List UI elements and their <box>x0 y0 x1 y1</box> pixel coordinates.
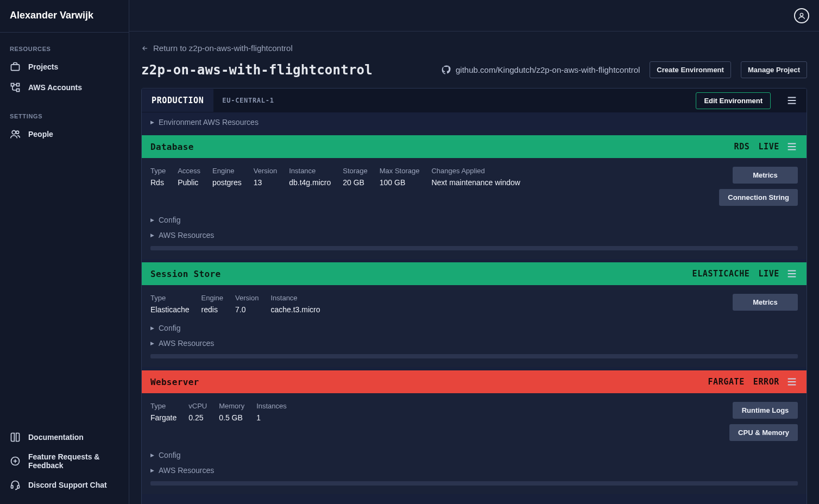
database-connection-string-button[interactable]: Connection String <box>719 189 798 206</box>
service-status-badge: LIVE <box>758 142 779 152</box>
page-title: z2p-on-aws-with-flightcontrol <box>141 62 373 78</box>
webserver-cpu-memory-button[interactable]: CPU & Memory <box>729 424 798 441</box>
menu-icon <box>786 268 798 280</box>
service-status-badge: LIVE <box>758 269 779 279</box>
svg-rect-2 <box>17 89 20 92</box>
value-vcpu: 0.25 <box>188 413 207 422</box>
disclosure-label: Config <box>159 451 180 459</box>
progress-bar <box>150 354 798 358</box>
service-type-badge: FARGATE <box>708 377 744 387</box>
svg-rect-3 <box>17 84 20 86</box>
label-type: Type <box>150 167 166 175</box>
env-aws-resources-toggle[interactable]: ▶ Environment AWS Resources <box>142 112 807 132</box>
value-memory: 0.5 GB <box>219 413 244 422</box>
sidebar-item-people[interactable]: People <box>0 124 129 144</box>
label-version: Version <box>254 167 277 175</box>
label-max-storage: Max Storage <box>380 167 420 175</box>
sidebar-item-projects[interactable]: Projects <box>0 56 129 77</box>
sidebar-item-feedback[interactable]: Feature Requests & Feedback <box>0 448 129 475</box>
sidebar-item-documentation[interactable]: Documentation <box>0 427 129 448</box>
service-session-store-menu[interactable] <box>786 268 798 280</box>
webserver-runtime-logs-button[interactable]: Runtime Logs <box>733 402 798 419</box>
service-title: Session Store <box>150 269 220 279</box>
owner-name: Alexander Varwijk <box>10 10 119 21</box>
service-database-menu[interactable] <box>786 141 798 153</box>
disclosure-label: AWS Resources <box>159 231 214 240</box>
svg-point-9 <box>800 13 803 16</box>
value-type: Elasticache <box>150 305 190 314</box>
arrow-left-icon <box>141 45 149 52</box>
user-icon <box>797 11 806 20</box>
service-database-head: Database RDS LIVE <box>142 135 807 158</box>
webserver-aws-resources-toggle[interactable]: ▶AWS Resources <box>150 463 798 478</box>
environment-region: EU-CENTRAL-1 <box>213 97 274 104</box>
disclosure-label: Config <box>159 324 180 332</box>
menu-icon <box>786 376 798 388</box>
label-access: Access <box>178 167 200 175</box>
database-config-toggle[interactable]: ▶Config <box>150 212 798 228</box>
session-store-aws-resources-toggle[interactable]: ▶AWS Resources <box>150 336 798 351</box>
account-avatar[interactable] <box>794 8 809 23</box>
triangle-right-icon: ▶ <box>150 325 154 331</box>
github-icon <box>442 65 451 75</box>
manage-project-button[interactable]: Manage Project <box>741 61 807 78</box>
nodes-icon <box>10 82 21 93</box>
svg-rect-1 <box>11 84 14 86</box>
webserver-config-toggle[interactable]: ▶Config <box>150 448 798 463</box>
label-engine: Engine <box>201 294 223 302</box>
menu-icon <box>786 94 798 106</box>
environment-panel: PRODUCTION EU-CENTRAL-1 Edit Environment… <box>141 88 807 504</box>
sidebar: Alexander Varwijk RESOURCES Projects AWS… <box>0 0 129 504</box>
environment-tab[interactable]: PRODUCTION <box>142 89 213 112</box>
service-title: Webserver <box>150 377 199 387</box>
environment-menu[interactable] <box>777 94 807 106</box>
disclosure-label: Environment AWS Resources <box>159 118 259 127</box>
value-engine: redis <box>201 305 223 314</box>
label-vcpu: vCPU <box>188 402 207 410</box>
sidebar-item-discord[interactable]: Discord Support Chat <box>0 475 129 495</box>
session-store-config-toggle[interactable]: ▶Config <box>150 320 798 336</box>
sidebar-item-label: AWS Accounts <box>28 83 82 92</box>
value-changes-applied: Next maintenance window <box>431 178 520 187</box>
value-version: 13 <box>254 178 277 187</box>
label-type: Type <box>150 402 177 410</box>
service-database-body: TypeRds AccessPublic Enginepostgres Vers… <box>142 158 807 259</box>
content: Return to z2p-on-aws-with-flightcontrol … <box>129 32 819 504</box>
plus-circle-icon <box>10 456 21 467</box>
menu-icon <box>786 141 798 153</box>
environment-head: PRODUCTION EU-CENTRAL-1 Edit Environment <box>142 89 807 112</box>
edit-environment-button[interactable]: Edit Environment <box>696 92 771 109</box>
service-database: Database RDS LIVE TypeRds AccessPublic E… <box>142 135 807 259</box>
service-session-store-head: Session Store ELASTICACHE LIVE <box>142 262 807 285</box>
service-webserver-menu[interactable] <box>786 376 798 388</box>
database-aws-resources-toggle[interactable]: ▶AWS Resources <box>150 228 798 243</box>
book-icon <box>10 432 21 443</box>
sidebar-item-aws-accounts[interactable]: AWS Accounts <box>0 77 129 98</box>
database-metrics-button[interactable]: Metrics <box>733 167 798 184</box>
sidebar-item-label: People <box>28 130 53 138</box>
label-memory: Memory <box>219 402 244 410</box>
repo-link[interactable]: github.com/Kingdutch/z2p-on-aws-with-fli… <box>442 65 640 75</box>
value-instance: db.t4g.micro <box>289 178 331 187</box>
service-status-badge: ERROR <box>753 377 779 387</box>
sidebar-header: Alexander Varwijk <box>0 0 129 33</box>
svg-point-4 <box>12 130 16 134</box>
svg-rect-7 <box>11 486 13 488</box>
people-icon <box>10 129 21 140</box>
progress-bar <box>150 481 798 486</box>
back-link[interactable]: Return to z2p-on-aws-with-flightcontrol <box>141 43 807 53</box>
service-session-store-body: TypeElasticache Engineredis Version7.0 I… <box>142 285 807 367</box>
svg-rect-8 <box>17 486 19 488</box>
service-session-store: Session Store ELASTICACHE LIVE TypeElast… <box>142 262 807 367</box>
label-instance: Instance <box>289 167 331 175</box>
value-version: 7.0 <box>235 305 259 314</box>
sidebar-body: RESOURCES Projects AWS Accounts SETTINGS <box>0 33 129 421</box>
session-store-metrics-button[interactable]: Metrics <box>733 294 798 311</box>
value-max-storage: 100 GB <box>380 178 420 187</box>
section-resources-label: RESOURCES <box>0 42 129 56</box>
progress-bar <box>150 246 798 250</box>
create-environment-button[interactable]: Create Environment <box>650 61 731 78</box>
value-instances: 1 <box>256 413 287 422</box>
topbar <box>129 0 819 32</box>
triangle-right-icon: ▶ <box>150 468 154 473</box>
